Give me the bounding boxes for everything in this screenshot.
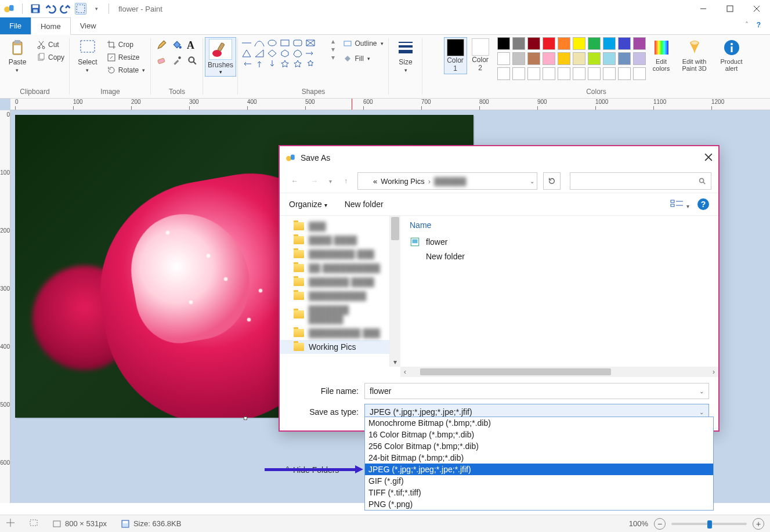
palette-color[interactable]	[573, 37, 585, 50]
ribbon-collapse-icon[interactable]: ˄	[745, 21, 749, 29]
saveastype-option[interactable]: Monochrome Bitmap (*.bmp;*.dib)	[365, 417, 713, 429]
palette-color[interactable]	[497, 52, 510, 65]
tab-home[interactable]: Home	[31, 17, 71, 35]
qat-select-icon[interactable]	[75, 3, 86, 15]
saveastype-option[interactable]: GIF (*.gif)	[365, 475, 713, 487]
saveastype-option[interactable]: JPEG (*.jpg;*.jpeg;*.jpe;*.jfif)	[365, 464, 713, 475]
dialog-close-button[interactable]	[704, 153, 713, 163]
brushes-button[interactable]: Brushes▾	[205, 37, 236, 77]
palette-color[interactable]	[633, 67, 646, 80]
size-button[interactable]: Size▾	[391, 37, 420, 74]
palette-color[interactable]	[573, 67, 585, 80]
palette-color[interactable]	[497, 67, 510, 80]
palette-color[interactable]	[543, 67, 555, 80]
palette-color[interactable]	[603, 67, 616, 80]
palette-color[interactable]	[618, 67, 631, 80]
resize-button[interactable]: Resize	[104, 51, 147, 64]
palette-color[interactable]	[512, 67, 525, 80]
zoom-in-button[interactable]: +	[753, 518, 764, 530]
palette-color[interactable]	[512, 37, 525, 50]
rotate-button[interactable]: Rotate▾	[104, 64, 147, 77]
nav-up-button[interactable]: ↑	[338, 173, 354, 189]
select-button[interactable]: Select▾	[73, 37, 102, 74]
edit-colors-button[interactable]: Edit colors	[648, 37, 675, 73]
saveastype-option[interactable]: 16 Color Bitmap (*.bmp;*.dib)	[365, 429, 713, 440]
palette-color[interactable]	[633, 37, 646, 50]
folder-tree[interactable]: ███ ████ ████ ████████ ███ ██ ██████████…	[280, 216, 390, 367]
palette-color[interactable]	[527, 67, 540, 80]
qat-more-icon[interactable]	[90, 3, 102, 15]
palette-color[interactable]	[588, 37, 601, 50]
close-button[interactable]	[743, 0, 770, 17]
tab-view[interactable]: View	[71, 17, 106, 34]
crop-button[interactable]: Crop	[104, 38, 147, 51]
refresh-button[interactable]	[543, 172, 561, 190]
filename-input[interactable]: flower⌄	[364, 383, 709, 399]
list-h-scrollbar[interactable]: ‹›	[400, 367, 718, 377]
ribbon-help-icon[interactable]: ?	[757, 21, 761, 29]
palette-color[interactable]	[543, 37, 555, 50]
palette-color[interactable]	[497, 37, 510, 50]
product-alert-button[interactable]: Product alert	[714, 37, 749, 73]
address-bar[interactable]: « Working Pics› ██████ ⌄	[357, 172, 537, 190]
palette-color[interactable]	[588, 52, 601, 65]
undo-icon[interactable]	[45, 3, 56, 15]
dialog-help-button[interactable]: ?	[697, 198, 709, 210]
palette-color[interactable]	[558, 52, 570, 65]
color-palette[interactable]	[497, 37, 646, 80]
eraser-tool-icon[interactable]	[157, 55, 167, 67]
resize-handle[interactable]	[244, 417, 247, 420]
nav-recent-button[interactable]: ▾	[326, 173, 334, 189]
shapes-scroll-down-icon[interactable]: ▾	[331, 45, 335, 53]
redo-icon[interactable]	[60, 3, 71, 15]
paste-button[interactable]: Paste▾	[3, 37, 32, 74]
dialog-search-input[interactable]	[570, 172, 711, 190]
maximize-button[interactable]	[717, 0, 743, 17]
palette-color[interactable]	[588, 67, 601, 80]
zoom-tool-icon[interactable]	[187, 55, 197, 67]
tab-file[interactable]: File	[0, 17, 31, 34]
palette-color[interactable]	[573, 52, 585, 65]
shapes-gallery[interactable]	[241, 37, 328, 68]
organize-button[interactable]: Organize ▾	[289, 200, 327, 209]
palette-color[interactable]	[603, 52, 616, 65]
minimize-button[interactable]	[690, 0, 717, 17]
saveastype-option[interactable]: 24-bit Bitmap (*.bmp;*.dib)	[365, 452, 713, 464]
pencil-tool-icon[interactable]	[157, 39, 167, 52]
new-folder-button[interactable]: New folder	[345, 200, 384, 209]
shape-outline-button[interactable]: Outline▾	[341, 37, 385, 50]
save-icon[interactable]	[30, 3, 41, 15]
palette-color[interactable]	[558, 67, 570, 80]
palette-color[interactable]	[558, 37, 570, 50]
palette-color[interactable]	[527, 37, 540, 50]
cut-button[interactable]: Cut	[34, 38, 67, 51]
palette-color[interactable]	[618, 52, 631, 65]
color2-button[interactable]: Color 2	[469, 37, 491, 73]
fill-tool-icon[interactable]	[172, 39, 182, 52]
nav-forward-button[interactable]: →	[306, 173, 323, 189]
shape-fill-button[interactable]: Fill▾	[341, 52, 385, 65]
view-mode-button[interactable]: ▾	[670, 199, 689, 210]
tree-scrollbar[interactable]: ▴▾	[390, 216, 400, 367]
column-header-name[interactable]: Name	[410, 220, 709, 234]
zoom-slider[interactable]	[671, 523, 747, 525]
copy-button[interactable]: Copy	[34, 51, 67, 64]
palette-color[interactable]	[603, 37, 616, 50]
color1-button[interactable]: Color 1	[444, 37, 467, 74]
file-list[interactable]: Name flower New folder	[400, 216, 718, 367]
saveastype-dropdown[interactable]: Monochrome Bitmap (*.bmp;*.dib)16 Color …	[364, 417, 714, 511]
text-tool-icon[interactable]: A	[187, 39, 194, 52]
palette-color[interactable]	[633, 52, 646, 65]
paint3d-button[interactable]: Edit with Paint 3D	[677, 37, 712, 73]
palette-color[interactable]	[618, 37, 631, 50]
nav-back-button[interactable]: ←	[287, 173, 303, 189]
saveastype-option[interactable]: TIFF (*.tif;*.tiff)	[365, 487, 713, 498]
picker-tool-icon[interactable]	[172, 55, 182, 67]
palette-color[interactable]	[527, 52, 540, 65]
shapes-more-icon[interactable]: ▾	[331, 53, 335, 61]
zoom-out-button[interactable]: −	[654, 518, 666, 530]
hide-folders-button[interactable]: ˄Hide Folders	[285, 465, 339, 475]
saveastype-option[interactable]: PNG (*.png)	[365, 498, 713, 510]
shapes-scroll-up-icon[interactable]: ▴	[331, 37, 335, 45]
palette-color[interactable]	[512, 52, 525, 65]
